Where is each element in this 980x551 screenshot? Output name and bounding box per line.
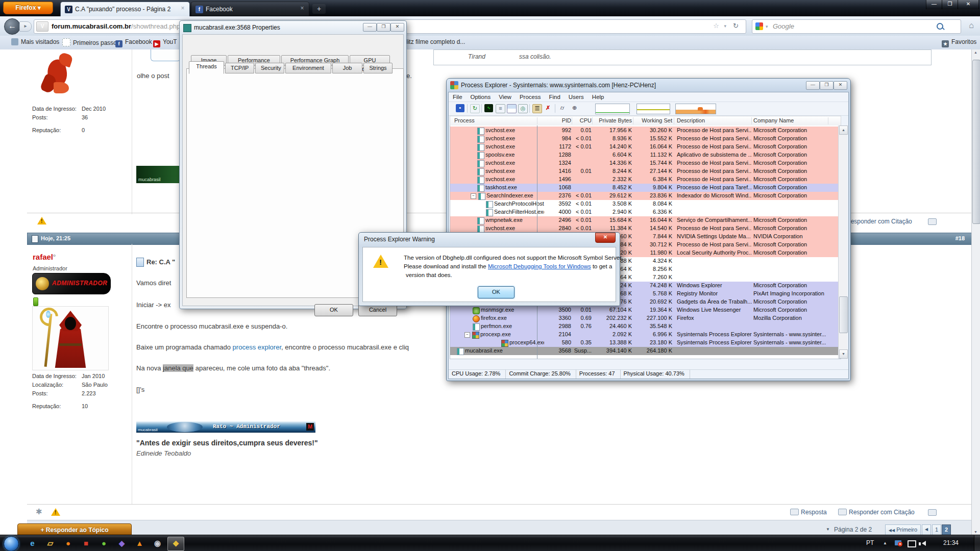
pe-menu-find[interactable]: Find bbox=[545, 94, 564, 100]
video-player-icon[interactable]: ◉ bbox=[150, 537, 165, 550]
pe-maximize-button[interactable]: ❐ bbox=[820, 81, 834, 90]
home-button[interactable]: ⌂ bbox=[965, 18, 978, 33]
page-caret-icon[interactable]: ▼ bbox=[826, 527, 830, 532]
col-working-set[interactable]: Working Set bbox=[634, 117, 672, 123]
pe-warning-dialog[interactable]: Process Explorer Warning ✕ The version o… bbox=[358, 232, 620, 306]
warning-close-button[interactable]: ✕ bbox=[595, 233, 616, 243]
warning-ok-button[interactable]: OK bbox=[478, 286, 514, 298]
save-icon[interactable]: ▪ bbox=[456, 104, 464, 112]
tab-tcp-ip[interactable]: TCP/IP bbox=[225, 63, 254, 73]
page-scrollbar[interactable]: ▲ ▼ bbox=[971, 49, 980, 535]
process-explorer-link[interactable]: process explorer bbox=[233, 343, 281, 351]
site-identity-icon[interactable]: V bbox=[36, 21, 48, 32]
process-row[interactable]: mucabrasil.exe3568Susp...394.140 K264.18… bbox=[450, 347, 839, 355]
bookmark-favoritos[interactable]: ★Favoritos bbox=[942, 38, 976, 47]
scroll-up-icon[interactable]: ▲ bbox=[839, 126, 848, 135]
cpu-history-graph[interactable] bbox=[595, 104, 630, 114]
window-close-button[interactable]: ✕ bbox=[958, 0, 979, 10]
process-row[interactable]: svchost.exe984< 0.018.936 K15.552 KProce… bbox=[450, 135, 839, 143]
media-player-red-icon[interactable]: ■ bbox=[78, 537, 94, 550]
process-row[interactable]: −SearchIndexer.exe2376< 0.0129.612 K23.8… bbox=[450, 192, 839, 200]
tab-threads[interactable]: Threads bbox=[189, 61, 224, 74]
pe-menu-options[interactable]: Options bbox=[467, 94, 495, 100]
multiquote-icon[interactable] bbox=[928, 509, 937, 516]
pe-menu-view[interactable]: View bbox=[495, 94, 516, 100]
volume-icon[interactable] bbox=[922, 541, 926, 546]
pe-minimize-button[interactable]: — bbox=[806, 81, 820, 90]
col-company[interactable]: Company Name bbox=[753, 117, 794, 123]
process-row[interactable]: −procexp.exe21042.092 K6.996 KSysinterna… bbox=[450, 331, 839, 339]
bookmark-facebook[interactable]: fFacebook bbox=[115, 38, 152, 47]
rate-post-icon[interactable]: ✱ bbox=[36, 507, 42, 516]
col-cpu[interactable]: CPU bbox=[573, 117, 592, 123]
reload-icon[interactable]: ↻ bbox=[733, 22, 739, 30]
process-row[interactable]: procexp64.exe5800.3513.388 K23.180 KSysi… bbox=[450, 339, 839, 347]
dragon-avatar-image[interactable] bbox=[38, 51, 74, 99]
window-restore-button[interactable]: ❐ bbox=[942, 0, 958, 10]
find-window-target-icon[interactable]: ⊕ bbox=[570, 104, 579, 112]
url-dropdown-icon[interactable]: ▾ bbox=[724, 23, 726, 29]
pagination-first-button[interactable]: ◀◀ Primeiro bbox=[885, 524, 921, 535]
props-ok-button[interactable]: OK bbox=[314, 304, 353, 316]
process-row[interactable]: SearchProtocolHost.e...3592< 0.013.508 K… bbox=[450, 200, 839, 208]
commit-history-graph[interactable] bbox=[636, 104, 670, 114]
props-maximize-button[interactable]: ❐ bbox=[377, 23, 390, 32]
search-icon[interactable] bbox=[937, 23, 943, 30]
pe-column-header[interactable]: Process PID CPU Private Bytes Working Se… bbox=[450, 116, 841, 127]
process-row[interactable]: spoolsv.exe12886.604 K11.132 KAplicativo… bbox=[450, 151, 839, 159]
responder-citacao-button[interactable]: Responder com Citação bbox=[838, 509, 915, 516]
tab-close-icon[interactable]: × bbox=[299, 5, 306, 12]
vlc-icon[interactable]: ▲ bbox=[132, 537, 148, 550]
collapse-icon[interactable]: − bbox=[471, 193, 476, 199]
process-row[interactable]: SearchFilterHost.exe4000< 0.012.940 K6.3… bbox=[450, 208, 839, 216]
col-pid[interactable]: PID bbox=[539, 117, 571, 123]
props-close-button[interactable]: ✕ bbox=[390, 23, 404, 32]
show-desktop-button[interactable] bbox=[974, 535, 980, 551]
network-icon[interactable] bbox=[908, 540, 916, 547]
pagination-page-2-current[interactable]: 2 bbox=[942, 524, 951, 535]
window-minimize-button[interactable]: — bbox=[926, 0, 942, 10]
pe-menu-file[interactable]: File bbox=[449, 94, 467, 100]
process-row[interactable]: svchost.exe9920.0117.956 K30.260 KProces… bbox=[450, 127, 839, 135]
pagination-page-1[interactable]: 1 bbox=[932, 524, 941, 535]
process-row[interactable]: svchost.exe14160.018.244 K27.144 KProces… bbox=[450, 167, 839, 176]
handles-view-icon[interactable]: ◎ bbox=[518, 104, 528, 113]
language-indicator[interactable]: PT bbox=[866, 539, 874, 546]
report-post-icon[interactable] bbox=[51, 508, 60, 516]
col-private-bytes[interactable]: Private Bytes bbox=[593, 117, 632, 123]
props-minimize-button[interactable]: — bbox=[363, 23, 377, 32]
dll-view-icon[interactable]: ≡ bbox=[496, 104, 505, 113]
system-information-icon[interactable]: ∿ bbox=[484, 104, 493, 112]
scroll-down-icon[interactable]: ▼ bbox=[974, 530, 977, 534]
firefox-icon[interactable]: ● bbox=[60, 537, 76, 550]
bookmark-fragment[interactable]: litz filme completo d... bbox=[406, 38, 465, 45]
internet-explorer-icon[interactable]: e bbox=[24, 537, 40, 550]
process-row[interactable]: firefox.exe33600.69202.232 K227.100 KFir… bbox=[450, 314, 839, 322]
bookmark-youtube[interactable]: ▶YouT bbox=[153, 38, 177, 47]
io-history-graph[interactable] bbox=[675, 104, 716, 114]
process-row[interactable]: svchost.exe1172< 0.0114.240 K16.064 KPro… bbox=[450, 143, 839, 151]
search-engine-caret-icon[interactable]: ▾ bbox=[766, 24, 768, 29]
clock[interactable]: 21:34 bbox=[943, 539, 959, 546]
bookmark-star-icon[interactable]: ☆ bbox=[713, 22, 719, 30]
start-button[interactable] bbox=[4, 536, 19, 551]
pagination-label[interactable]: Página 2 de 2 bbox=[834, 526, 872, 533]
properties-icon[interactable]: ☰ bbox=[532, 104, 542, 113]
action-center-flag-icon[interactable] bbox=[895, 540, 901, 545]
tab-environment[interactable]: Environment bbox=[285, 63, 331, 73]
resposta-button[interactable]: Resposta bbox=[790, 509, 827, 516]
multiquote-icon[interactable] bbox=[928, 218, 937, 225]
pe-close-button[interactable]: ✕ bbox=[834, 81, 847, 90]
process-row[interactable]: perfmon.exe29880.7624.460 K35.548 K bbox=[450, 322, 839, 331]
debugging-tools-link[interactable]: Microsoft Debugging Tools for Windows bbox=[488, 263, 591, 269]
pagination-prev-button[interactable]: ◀ bbox=[922, 524, 931, 535]
explorer-folder-icon[interactable]: ▱ bbox=[42, 537, 58, 550]
pe-menu-process[interactable]: Process bbox=[516, 94, 545, 100]
refresh-icon[interactable]: ↻ bbox=[470, 104, 480, 113]
media-app-icon[interactable]: ◆ bbox=[114, 537, 130, 550]
scrollbar-thumb[interactable] bbox=[972, 60, 980, 224]
tab-strings[interactable]: Strings bbox=[363, 63, 393, 73]
tab-security[interactable]: Security bbox=[255, 63, 284, 73]
firefox-menu-button[interactable]: Firefox ▾ bbox=[3, 2, 53, 14]
scroll-up-icon[interactable]: ▲ bbox=[974, 51, 977, 54]
